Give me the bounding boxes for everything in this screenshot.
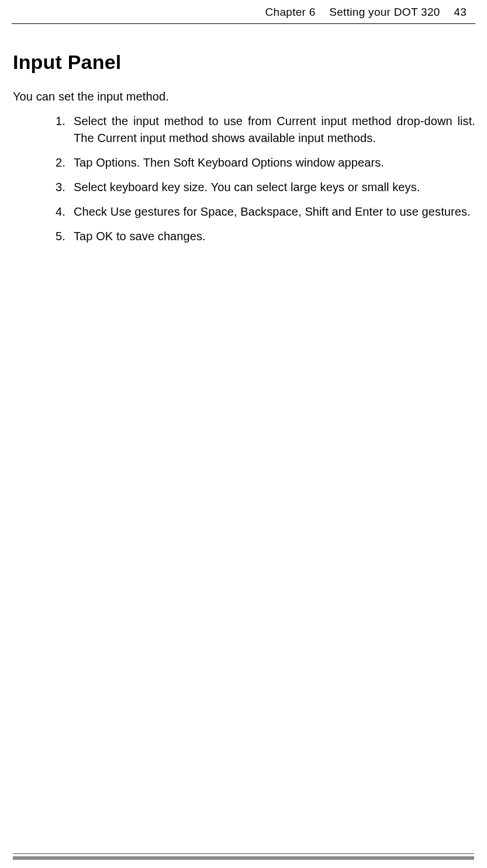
list-number: 4. <box>48 203 65 220</box>
list-number: 3. <box>48 179 65 196</box>
intro-paragraph: You can set the input method. <box>13 90 475 103</box>
list-item: 4. Check Use gestures for Space, Backspa… <box>48 203 475 220</box>
section-heading: Input Panel <box>13 51 475 74</box>
list-number: 5. <box>48 228 65 245</box>
page-container: Chapter 6 Setting your DOT 320 43 Input … <box>0 0 487 868</box>
list-text: Check Use gestures for Space, Backspace,… <box>74 205 471 218</box>
list-text: Select keyboard key size. You can select… <box>74 181 420 193</box>
list-item: 1. Select the input method to use from C… <box>48 113 475 147</box>
list-item: 5. Tap OK to save changes. <box>48 228 475 245</box>
list-number: 1. <box>48 113 65 130</box>
footer-divider-thick <box>13 856 474 860</box>
footer-divider-thin <box>13 853 474 854</box>
page-header: Chapter 6 Setting your DOT 320 43 <box>12 0 475 23</box>
list-item: 2. Tap Options. Then Soft Keyboard Optio… <box>48 154 475 171</box>
header-chapter: Chapter 6 <box>265 6 316 18</box>
header-divider <box>12 23 475 24</box>
list-text: Tap OK to save changes. <box>74 230 206 243</box>
header-title: Setting your DOT 320 <box>329 6 440 18</box>
list-text: Select the input method to use from Curr… <box>74 115 475 144</box>
list-number: 2. <box>48 154 65 171</box>
steps-list: 1. Select the input method to use from C… <box>12 113 475 245</box>
list-text: Tap Options. Then Soft Keyboard Options … <box>74 156 384 169</box>
list-item: 3. Select keyboard key size. You can sel… <box>48 179 475 196</box>
footer-divider-group <box>13 853 474 860</box>
header-page-number: 43 <box>454 6 467 18</box>
